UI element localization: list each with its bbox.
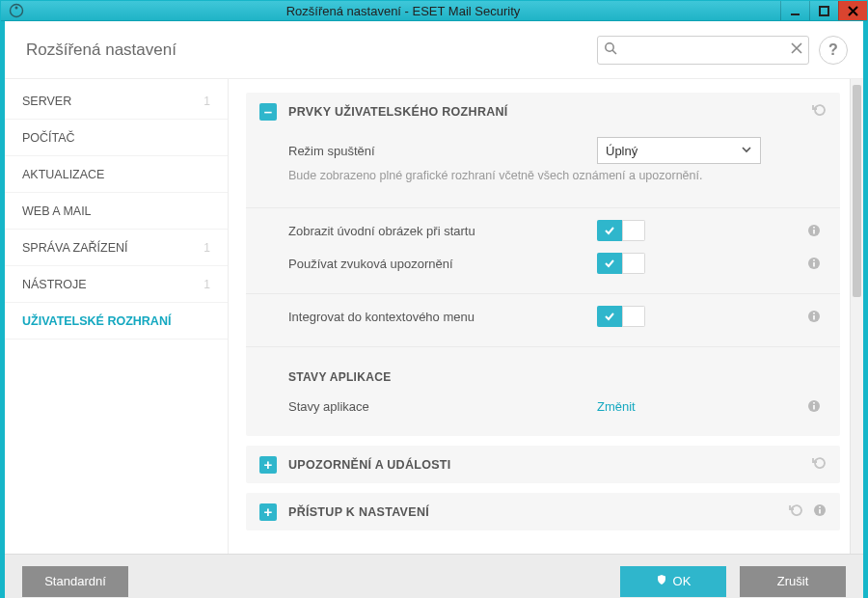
check-icon <box>597 306 622 327</box>
app-states-label: Stavy aplikace <box>288 399 597 414</box>
content-area: – PRVKY UŽIVATELSKÉHO ROZHRANÍ Režim spu… <box>229 79 863 554</box>
window-buttons <box>780 1 867 20</box>
chevron-down-icon <box>741 144 752 158</box>
window-title: Rozšířená nastavení - ESET Mail Security <box>26 4 780 18</box>
svg-rect-8 <box>813 227 815 229</box>
sidebar-item-label: AKTUALIZACE <box>22 168 104 181</box>
search-icon <box>604 41 617 58</box>
minimize-icon <box>790 6 800 16</box>
search-box[interactable] <box>597 36 809 65</box>
section-header[interactable]: + UPOZORNĚNÍ A UDÁLOSTI <box>246 446 840 483</box>
show-splash-toggle[interactable] <box>597 220 645 241</box>
sidebar-item-update[interactable]: AKTUALIZACE <box>5 156 228 193</box>
button-label: OK <box>673 574 692 588</box>
check-icon <box>597 253 622 274</box>
minimize-button[interactable] <box>780 1 809 20</box>
svg-rect-7 <box>813 230 815 234</box>
page-title: Rozšířená nastavení <box>26 41 176 60</box>
section-title: PRVKY UŽIVATELSKÉHO ROZHRANÍ <box>288 105 800 119</box>
section-header[interactable]: – PRVKY UŽIVATELSKÉHO ROZHRANÍ <box>246 93 840 130</box>
close-icon <box>848 6 858 16</box>
sidebar-item-badge: 1 <box>203 95 210 108</box>
sidebar: SERVER 1 POČÍTAČ AKTUALIZACE WEB A MAIL … <box>5 79 229 554</box>
content-scroll[interactable]: – PRVKY UŽIVATELSKÉHO ROZHRANÍ Režim spu… <box>229 79 850 554</box>
toolbar: Rozšířená nastavení ? <box>5 21 863 79</box>
divider <box>246 346 840 347</box>
maximize-button[interactable] <box>809 1 838 20</box>
sidebar-item-device-mgmt[interactable]: SPRÁVA ZAŘÍZENÍ 1 <box>5 230 228 266</box>
svg-point-4 <box>606 43 613 51</box>
help-button[interactable]: ? <box>819 36 848 65</box>
footer: Standardní OK Zrušit <box>5 554 863 598</box>
button-label: Standardní <box>44 574 106 588</box>
sidebar-item-tools[interactable]: NÁSTROJE 1 <box>5 266 228 303</box>
sound-alerts-toggle[interactable] <box>597 253 645 274</box>
body: SERVER 1 POČÍTAČ AKTUALIZACE WEB A MAIL … <box>5 79 863 554</box>
svg-rect-10 <box>813 262 815 267</box>
svg-rect-3 <box>820 7 828 15</box>
show-splash-label: Zobrazit úvodní obrázek při startu <box>288 224 597 238</box>
info-icon[interactable] <box>801 224 827 237</box>
svg-line-5 <box>612 50 616 54</box>
sidebar-item-badge: 1 <box>203 278 210 291</box>
sidebar-item-computer[interactable]: POČÍTAČ <box>5 120 228 156</box>
check-icon <box>597 220 622 241</box>
help-icon: ? <box>828 41 838 59</box>
svg-rect-19 <box>819 509 821 514</box>
section-header[interactable]: + PŘÍSTUP K NASTAVENÍ <box>246 493 840 530</box>
section-ui-elements: – PRVKY UŽIVATELSKÉHO ROZHRANÍ Režim spu… <box>246 93 840 436</box>
section-alerts-events: + UPOZORNĚNÍ A UDÁLOSTI <box>246 446 840 483</box>
sidebar-item-server[interactable]: SERVER 1 <box>5 83 228 120</box>
scrollbar[interactable] <box>850 79 863 554</box>
sidebar-item-label: SERVER <box>22 95 71 108</box>
select-value: Úplný <box>606 144 637 158</box>
titlebar: Rozšířená nastavení - ESET Mail Security <box>1 1 867 21</box>
sidebar-item-web-mail[interactable]: WEB A MAIL <box>5 193 228 230</box>
info-icon[interactable] <box>813 503 827 520</box>
button-label: Zrušit <box>777 574 809 588</box>
sidebar-item-ui[interactable]: UŽIVATELSKÉ ROZHRANÍ <box>5 303 228 340</box>
startup-mode-description: Bude zobrazeno plné grafické rozhraní vč… <box>288 167 790 198</box>
shield-icon <box>656 574 667 588</box>
context-menu-label: Integrovat do kontextového menu <box>288 310 597 324</box>
sidebar-item-label: SPRÁVA ZAŘÍZENÍ <box>22 241 128 255</box>
expand-icon[interactable]: + <box>259 456 277 474</box>
ok-button[interactable]: OK <box>620 566 726 597</box>
revert-icon[interactable] <box>811 455 827 474</box>
info-icon[interactable] <box>801 257 827 270</box>
svg-rect-2 <box>791 14 800 15</box>
row-startup-mode: Režim spuštění Úplný <box>288 134 827 167</box>
divider <box>246 207 840 208</box>
app-icon <box>7 1 26 20</box>
section-access-settings: + PŘÍSTUP K NASTAVENÍ <box>246 493 840 530</box>
app-states-heading: STAVY APLIKACE <box>288 353 827 390</box>
sidebar-item-label: NÁSTROJE <box>22 278 87 291</box>
svg-rect-13 <box>813 315 815 320</box>
row-show-splash: Zobrazit úvodní obrázek při startu <box>288 214 827 247</box>
default-button[interactable]: Standardní <box>22 566 128 597</box>
revert-icon[interactable] <box>788 503 803 521</box>
revert-icon[interactable] <box>811 102 827 121</box>
scrollbar-thumb[interactable] <box>853 85 861 297</box>
cancel-button[interactable]: Zrušit <box>740 566 846 597</box>
sidebar-item-label: UŽIVATELSKÉ ROZHRANÍ <box>22 314 171 328</box>
svg-rect-17 <box>813 402 815 404</box>
collapse-icon[interactable]: – <box>259 103 277 121</box>
window: Rozšířená nastavení - ESET Mail Security… <box>0 0 868 598</box>
row-sound-alerts: Používat zvuková upozornění <box>288 247 827 280</box>
maximize-icon <box>819 6 829 16</box>
expand-icon[interactable]: + <box>259 503 277 521</box>
svg-point-0 <box>11 5 23 17</box>
search-input[interactable] <box>623 42 785 57</box>
context-menu-toggle[interactable] <box>597 306 645 327</box>
clear-search-icon[interactable] <box>791 42 802 57</box>
svg-rect-14 <box>813 313 815 314</box>
startup-mode-select[interactable]: Úplný <box>597 137 761 164</box>
svg-point-1 <box>15 7 18 10</box>
app-states-change-link[interactable]: Změnit <box>597 399 636 414</box>
svg-rect-16 <box>813 405 815 410</box>
close-button[interactable] <box>838 1 867 20</box>
info-icon[interactable] <box>801 399 827 413</box>
sound-alerts-label: Používat zvuková upozornění <box>288 257 597 271</box>
info-icon[interactable] <box>801 310 827 323</box>
